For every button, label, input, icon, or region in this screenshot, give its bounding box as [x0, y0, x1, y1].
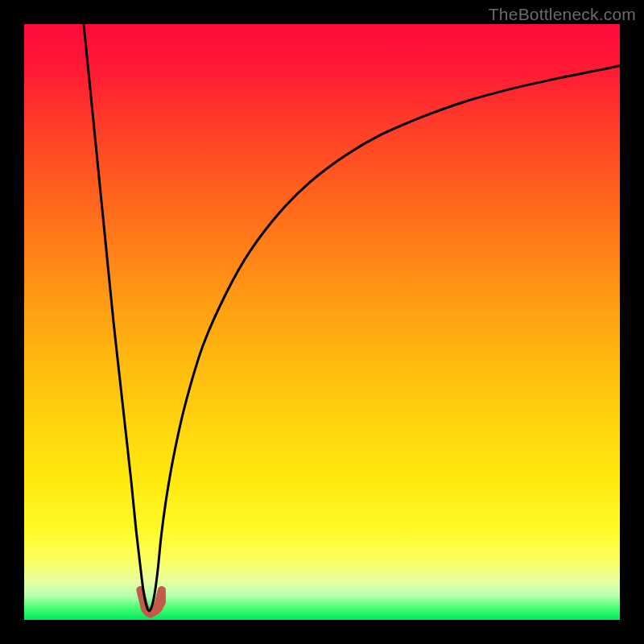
chart-frame: TheBottleneck.com	[0, 0, 644, 644]
chart-plot-area	[24, 24, 620, 620]
bottleneck-curve	[84, 24, 620, 611]
bottleneck-curve-svg	[24, 24, 620, 620]
watermark-text: TheBottleneck.com	[489, 5, 636, 24]
